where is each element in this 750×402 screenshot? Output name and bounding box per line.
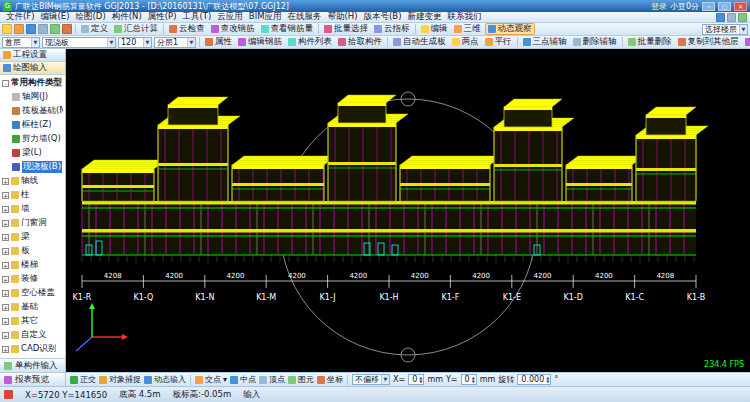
tree-item-0[interactable]: 轴网(J) — [0, 90, 65, 104]
offset-combo[interactable]: 不偏移▼ — [352, 374, 390, 385]
lock-icon[interactable] — [727, 13, 736, 22]
rotate-input[interactable]: 0.000▲▼ — [517, 374, 551, 385]
menu-item-1[interactable]: 编辑(E) — [38, 12, 73, 23]
toolbar-element-button-3[interactable]: 拾取构件 — [336, 36, 384, 48]
viewport-3d[interactable]: 4208420042004200420042004200420042004208… — [66, 49, 750, 372]
layer-combo[interactable]: 分层1▼ — [154, 37, 196, 48]
login-button[interactable]: 登录 — [651, 1, 667, 12]
tree-group-4[interactable]: +梁 — [0, 230, 65, 244]
menu-item-11[interactable]: 新建变更 — [405, 12, 445, 23]
snap-toggle-1[interactable]: 对象捕捉 — [99, 374, 141, 385]
toolbar-main-button-4[interactable]: 查看钢筋量 — [259, 23, 316, 35]
spinner-arrows-icon[interactable]: ▲▼ — [419, 376, 422, 384]
menu-item-10[interactable]: 版本号(B) — [361, 12, 405, 23]
menu-item-5[interactable]: 工具(T) — [180, 12, 215, 23]
snap-toggle-0[interactable]: 正交 — [70, 374, 96, 385]
toolbar-element-button-4[interactable]: 自动生成板 — [391, 36, 448, 48]
tree-group-2[interactable]: +墙 — [0, 202, 65, 216]
toolbar-main-button-7[interactable]: 编辑 — [419, 23, 450, 35]
expand-icon[interactable]: + — [2, 276, 9, 283]
expand-icon[interactable]: + — [2, 206, 9, 213]
element-type-combo[interactable]: 现浇板▼ — [42, 37, 116, 48]
tree-item-4[interactable]: 梁(L) — [0, 146, 65, 160]
tree-group-5[interactable]: +板 — [0, 244, 65, 258]
menu-item-4[interactable]: 属性(P) — [145, 12, 180, 23]
toolbar-main-button-2[interactable]: 云检查 — [167, 23, 207, 35]
offset-y-input[interactable]: 0▲▼ — [461, 374, 477, 385]
tree-group-9[interactable]: +基础 — [0, 300, 65, 314]
expand-icon[interactable]: + — [2, 178, 9, 185]
toolbar-main-button-3[interactable]: 查改钢筋 — [209, 23, 257, 35]
toolbar-main-button-1[interactable]: 汇总计算 — [112, 23, 160, 35]
toolbar-element-button-7[interactable]: 三点辅轴 — [521, 36, 569, 48]
expand-icon[interactable]: + — [2, 332, 9, 339]
menu-item-6[interactable]: 云应用 — [214, 12, 246, 23]
toolbar-element-button-9[interactable]: 批量删除 — [626, 36, 674, 48]
menu-item-12[interactable]: 联系我们 — [445, 12, 485, 23]
snap-mode-0[interactable]: 交点▾ — [195, 374, 227, 385]
tree-group-0[interactable]: +轴线 — [0, 174, 65, 188]
tab-drawing-input[interactable]: 绘图输入 — [0, 62, 65, 75]
toolbar-element-button-10[interactable]: 复制到其他层 — [676, 36, 741, 48]
save-icon[interactable] — [26, 24, 36, 34]
collapse-icon[interactable]: - — [2, 80, 9, 87]
redo-icon[interactable] — [62, 24, 72, 34]
toolbar-main-button-5[interactable]: 批量选择 — [322, 23, 370, 35]
toolbar-element-button-2[interactable]: 构件列表 — [286, 36, 334, 48]
close-button[interactable]: ✕ — [734, 2, 747, 11]
tab-report-preview[interactable]: 报表预览 — [0, 372, 65, 386]
expand-icon[interactable]: + — [2, 346, 9, 353]
expand-icon[interactable]: + — [2, 318, 9, 325]
tab-project-settings[interactable]: 工程设置 — [0, 49, 65, 62]
open-icon[interactable] — [14, 24, 24, 34]
expand-icon[interactable]: + — [2, 248, 9, 255]
snap-mode-1[interactable]: 中点 — [230, 374, 256, 385]
expand-icon[interactable]: + — [2, 234, 9, 241]
expand-icon[interactable]: + — [2, 262, 9, 269]
grid-icon[interactable] — [716, 13, 725, 22]
floor-select-combo[interactable]: 选择楼层▼ — [702, 24, 748, 35]
spinner-arrows-icon[interactable]: ▲▼ — [546, 376, 549, 384]
snap-mode-2[interactable]: 顶点 — [259, 374, 285, 385]
menu-item-3[interactable]: 构件(N) — [109, 12, 145, 23]
tree-item-1[interactable]: 筏板基础(M) — [0, 104, 65, 118]
new-icon[interactable] — [2, 24, 12, 34]
menu-item-0[interactable]: 文件(F) — [3, 12, 38, 23]
snap-mode-4[interactable]: 坐标 — [317, 374, 343, 385]
maximize-button[interactable]: ▢ — [718, 2, 731, 11]
menu-item-7[interactable]: BIM应用 — [246, 12, 285, 23]
tree-item-2[interactable]: 框柱(Z) — [0, 118, 65, 132]
expand-icon[interactable]: + — [2, 192, 9, 199]
menu-item-9[interactable]: 帮助(H) — [325, 12, 361, 23]
toolbar-element-button-1[interactable]: 编辑钢筋 — [236, 36, 284, 48]
menu-item-8[interactable]: 在线服务 — [285, 12, 325, 23]
tree-group-8[interactable]: +空心楼盖 — [0, 286, 65, 300]
help-icon[interactable] — [738, 13, 747, 22]
tree-group-12[interactable]: +CAD识别 — [0, 342, 65, 356]
toolbar-element-button-8[interactable]: 删除辅轴 — [571, 36, 619, 48]
expand-icon[interactable]: + — [2, 290, 9, 297]
tree-group-11[interactable]: +自定义 — [0, 328, 65, 342]
toolbar-element-button-11[interactable]: 尺寸标注 — [743, 36, 750, 48]
toolbar-main-button-8[interactable]: 三维 — [452, 23, 483, 35]
tab-single-element-input[interactable]: 单构件输入 — [0, 358, 65, 372]
snap-mode-3[interactable]: 图元 — [288, 374, 314, 385]
minimize-button[interactable]: ─ — [702, 2, 715, 11]
snap-toggle-2[interactable]: 动态输入 — [144, 374, 186, 385]
undo-icon[interactable] — [50, 24, 60, 34]
tree-item-3[interactable]: 剪力墙(Q) — [0, 132, 65, 146]
tree-group-3[interactable]: +门窗洞 — [0, 216, 65, 230]
tree-group-10[interactable]: +其它 — [0, 314, 65, 328]
thickness-combo[interactable]: 120▼ — [118, 37, 152, 48]
tree-root[interactable]: -常用构件类型 — [0, 76, 65, 90]
toolbar-main-button-6[interactable]: 云指标 — [372, 23, 412, 35]
offset-x-input[interactable]: 0▲▼ — [408, 374, 424, 385]
menu-item-2[interactable]: 绘图(D) — [73, 12, 109, 23]
current-floor-combo[interactable]: 首层▼ — [2, 37, 40, 48]
print-icon[interactable] — [38, 24, 48, 34]
toolbar-element-button-6[interactable]: 平行 — [483, 36, 514, 48]
spinner-arrows-icon[interactable]: ▲▼ — [472, 376, 475, 384]
toolbar-main-button-0[interactable]: 定义 — [79, 23, 110, 35]
toolbar-element-button-0[interactable]: 属性 — [203, 36, 234, 48]
tree-group-1[interactable]: +柱 — [0, 188, 65, 202]
